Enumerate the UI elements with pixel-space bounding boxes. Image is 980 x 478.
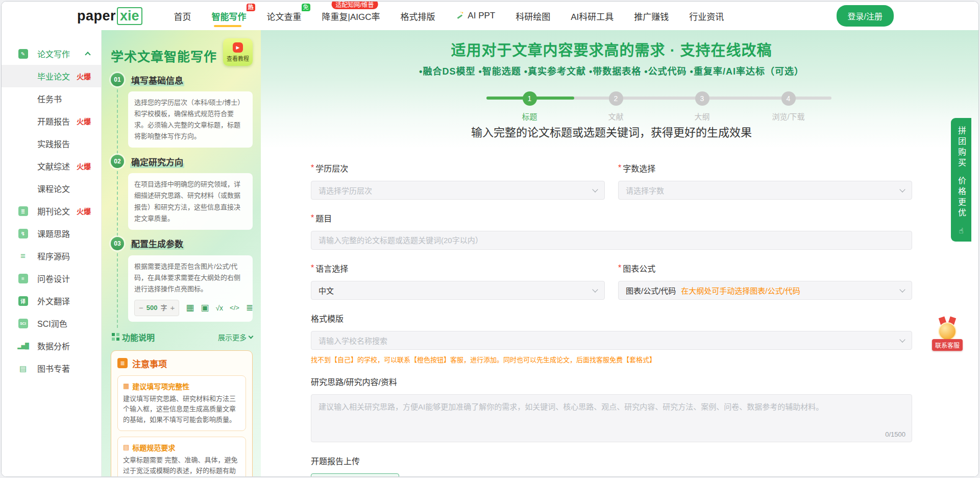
view-tutorial-button[interactable]: ▶ 查看教程 — [223, 38, 253, 66]
sci-icon: SCI — [18, 318, 28, 328]
hot-flag: 火爆 — [77, 206, 91, 216]
sidebar-item-paper-writing[interactable]: ✎ 论文写作 — [2, 42, 101, 65]
notice-item-title-spec: ▤ 标题规范要求 文章标题需要 完整、准确、具体，避免过于宽泛或模糊的表述，好的… — [117, 437, 246, 477]
app-window: paper xie 首页 智能写作 热 论文查重 免 降重复|AIGC率 适配知… — [1, 1, 979, 477]
show-more-button[interactable]: 展示更多 — [218, 332, 253, 342]
word-count-stepper[interactable]: − 500 字 + — [134, 300, 179, 316]
word-count-select[interactable]: 请选择字数 — [618, 181, 912, 200]
step-description: 根据需要选择是否包含图片/公式/代码，在具体要求需要在大纲处的右侧进行选择操作点… — [128, 255, 253, 322]
nav-industry-news[interactable]: 行业资讯 — [689, 10, 724, 22]
sidebar-item-foreign-translation[interactable]: 译 外文翻译 — [2, 290, 101, 312]
school-search-hint: 找不到【自己】的学校，可以联系【橙色按钮】客服，进行添加。同时也可以先生成论文，… — [311, 354, 912, 364]
notice-box: ≣ 注意事项 ▦ 建议填写项完整性 建议填写研究思路、研究材料和方法三个输入框，… — [111, 350, 253, 477]
top-navigation-bar: paper xie 首页 智能写作 热 论文查重 免 降重复|AIGC率 适配知… — [2, 2, 978, 30]
nav-research-drawing[interactable]: 科研绘图 — [516, 10, 550, 22]
sidebar-item-literature-review[interactable]: 文献综述 火爆 — [2, 155, 101, 177]
code-layers-icon: ≡ — [18, 251, 28, 261]
doc-edit-icon: ✎ — [18, 49, 28, 59]
document-icon: ▤ — [123, 443, 129, 451]
panel-step-2: 02 确定研究方向 在项目选择中明确您的研究领域，详细描述研究思路、研究材料（或… — [111, 155, 253, 229]
chart-formula-select[interactable]: 图表/公式/代码 在大纲处可手动选择图表/公式/代码 — [618, 281, 912, 300]
decrease-button[interactable]: − — [139, 301, 143, 315]
research-textarea[interactable] — [311, 395, 912, 431]
nav-smart-writing[interactable]: 智能写作 热 — [212, 10, 247, 22]
chevron-down-icon — [899, 186, 905, 192]
medal-icon — [938, 322, 957, 341]
idea-icon: ↯ — [18, 228, 28, 238]
form-headline: 输入完整的论文标题或选题关键词，获得更好的生成效果 — [311, 123, 912, 139]
translate-icon: 译 — [18, 296, 28, 306]
hot-flag: 火爆 — [77, 116, 91, 126]
choose-proposal-file-button[interactable]: ↑ 选择开题报告文件 — [311, 473, 399, 477]
play-icon: ▶ — [233, 42, 243, 53]
hot-flag: 火爆 — [77, 71, 91, 81]
language-select[interactable]: 中文 — [311, 281, 605, 300]
intro-panel: 学术文章智能写作 ▶ 查看教程 01 填写基础信息 选择您的学历层次（本科/硕士… — [102, 30, 261, 477]
nav-format-typeset[interactable]: 格式排版 — [401, 10, 435, 22]
research-label: 研究思路/研究内容/资料 — [311, 375, 912, 388]
format-template-label: 格式模版 — [311, 312, 912, 324]
sidebar-item-graduation-thesis[interactable]: 毕业论文 火爆 — [2, 65, 101, 87]
chevron-up-icon — [85, 52, 90, 57]
step-description: 选择您的学历层次（本科/硕士/博士）和学校模板，确保格式规范符合要求。必须输入完… — [128, 91, 253, 148]
chart-formula-note: 在大纲处可手动选择图表/公式/代码 — [681, 285, 800, 296]
increase-button[interactable]: + — [170, 301, 175, 315]
group-buy-tab[interactable]: 拼团购买 价格更优 ☝ — [951, 118, 971, 242]
hot-flag: 火爆 — [77, 161, 91, 171]
sidebar-item-task-book[interactable]: 任务书 — [2, 87, 101, 110]
nav-plagiarism-check[interactable]: 论文查重 免 — [267, 10, 302, 22]
progress-stepper: 1 标题 2 文献 3 大纲 4 浏览/下载 — [486, 90, 831, 122]
thesis-form: *学历层次 请选择学历层次 *字数选择 请选择字数 — [311, 162, 912, 477]
table-icon[interactable]: ▦ — [186, 303, 194, 312]
sidebar-item-topic-ideas[interactable]: ↯ 课题思路 — [2, 222, 101, 245]
sidebar-item-course-paper[interactable]: 课程论文 — [2, 177, 101, 200]
hot-badge: 热 — [247, 4, 255, 11]
nav-promotion-earn[interactable]: 推广赚钱 — [634, 10, 669, 22]
step-number-badge: 01 — [111, 73, 124, 86]
features-row: 功能说明 展示更多 — [111, 331, 253, 343]
nav-reduce-aigc[interactable]: 降重复|AIGC率 适配知网/维普 — [322, 10, 380, 22]
chevron-down-icon — [592, 286, 598, 292]
panel-step-1: 01 填写基础信息 选择您的学历层次（本科/硕士/博士）和学校模板，确保格式规范… — [111, 73, 253, 148]
feature-squares-icon — [112, 333, 115, 336]
ribbon-decoration — [929, 316, 965, 322]
list-icon[interactable]: ≣ — [246, 303, 253, 312]
nav-home[interactable]: 首页 — [174, 10, 191, 22]
proposal-upload-row: ↑ 选择开题报告文件 仅支持docx/doc格式，上传较慢需耐心等待，上传之后请… — [311, 473, 912, 477]
stepper-step-browse-download: 4 浏览/下载 — [745, 90, 831, 122]
sidebar-item-practice-report[interactable]: 实践报告 — [2, 132, 101, 155]
title-input[interactable] — [318, 236, 904, 245]
login-register-button[interactable]: 登录/注册 — [837, 5, 894, 27]
notebook-icon: ≣ — [117, 358, 128, 368]
sidebar-item-proposal-report[interactable]: 开题报告 火爆 — [2, 110, 101, 132]
main-content: 适用对于文章内容要求高的需求 · 支持在线改稿 •融合DS模型 •智能选题 •真… — [261, 30, 978, 477]
image-icon[interactable]: ▣ — [201, 303, 209, 312]
generation-options-toolbar: − 500 字 + ▦ ▣ √x </> ≣ — [134, 300, 247, 316]
title-input-wrap — [311, 231, 912, 250]
sidebar-item-sci-polish[interactable]: SCI SCI润色 — [2, 312, 101, 334]
sidebar-item-book-monograph[interactable]: ▤ 图书专著 — [2, 357, 101, 379]
proposal-upload-label: 开题报告上传 — [311, 455, 912, 467]
formula-icon[interactable]: √x — [215, 304, 223, 312]
main-nav: 首页 智能写作 热 论文查重 免 降重复|AIGC率 适配知网/维普 格式排版 … — [174, 10, 724, 22]
chart-formula-label: *图表公式 — [618, 262, 912, 274]
sidebar-item-source-code[interactable]: ≡ 程序源码 — [2, 245, 101, 267]
sidebar-item-journal-paper[interactable]: ≣ 期刊论文 火爆 — [2, 200, 101, 222]
survey-icon: ≡ — [18, 273, 28, 283]
title-label: *题目 — [311, 212, 912, 224]
sidebar-item-questionnaire-design[interactable]: ≡ 问卷设计 — [2, 267, 101, 290]
contact-service-widget[interactable]: 联系客服 — [929, 316, 965, 351]
school-search-select[interactable]: 请输入学校名称搜索 — [311, 331, 912, 350]
nav-ai-ppt[interactable]: AI PPT — [456, 11, 496, 21]
code-icon[interactable]: </> — [230, 304, 239, 311]
stepper-step-title: 1 标题 — [486, 90, 573, 122]
sidebar-item-data-analysis[interactable]: ▂▅█ 数据分析 — [2, 334, 101, 357]
journal-icon: ≣ — [18, 206, 28, 216]
free-badge: 免 — [302, 4, 310, 11]
nav-ai-research-tools[interactable]: AI科研工具 — [571, 10, 614, 22]
logo-text-xie: xie — [117, 7, 142, 25]
education-level-select[interactable]: 请选择学历层次 — [311, 181, 605, 200]
stepper-step-literature: 2 文献 — [573, 90, 659, 122]
panel-step-3: 03 配置生成参数 根据需要选择是否包含图片/公式/代码，在具体要求需要在大纲处… — [111, 237, 253, 322]
word-count-label: *字数选择 — [618, 162, 912, 174]
